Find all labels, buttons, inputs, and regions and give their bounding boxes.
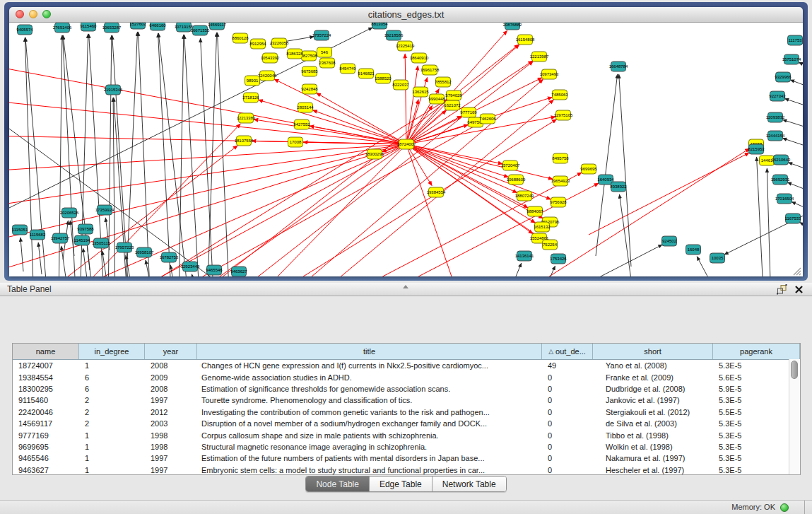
table-cell: de Silva et al. (2003) (593, 419, 713, 428)
graph-edge (538, 266, 555, 276)
table-row[interactable]: 1938455462009Genome-wide association stu… (13, 371, 800, 382)
graph-node-label: 8186328 (286, 52, 303, 56)
table-cell: 9699695 (13, 443, 79, 451)
vertical-scrollbar[interactable] (789, 359, 800, 474)
memory-indicator[interactable] (780, 503, 789, 512)
graph-node-label: 16154808 (516, 37, 535, 42)
graph-node-label: 18807249 (515, 194, 534, 198)
column-header-in_degree[interactable]: in_degree (79, 344, 145, 359)
graph-node-label: 12213987 (530, 54, 549, 59)
splitter-handle-icon[interactable] (403, 285, 408, 288)
minimize-button[interactable] (29, 10, 37, 18)
table-cell: Structural magnetic resonance image aver… (197, 443, 542, 451)
table-row[interactable]: 946554611997Estimation of the future num… (13, 452, 800, 464)
column-header-pagerank[interactable]: pagerank (713, 344, 800, 359)
close-button[interactable] (16, 10, 24, 18)
table-cell: 0 (542, 454, 593, 462)
graph-edge (113, 98, 115, 276)
graph-edge (788, 163, 803, 175)
window-titlebar[interactable]: citations_edges.txt (9, 7, 803, 23)
table-cell: 0 (542, 443, 593, 451)
table-tabs-row: Node TableEdge TableNetwork Table (0, 476, 812, 492)
graph-node-label: 18724007 (397, 142, 416, 146)
graph-edge (158, 33, 189, 276)
graph-node-label: 546 (321, 50, 329, 54)
graph-edge (782, 138, 803, 151)
graph-node-label: 7485063 (551, 93, 568, 97)
table-cell: 5.3E-5 (713, 361, 789, 370)
graph-node-label: 10035 (712, 256, 724, 260)
graph-node-label: 7462606 (479, 117, 496, 121)
graph-node-label: 9427552 (293, 122, 310, 127)
graph-node-label: 19384554 (427, 190, 446, 194)
graph-node-label: 9227343 (769, 94, 786, 98)
graph-node-label: 111753 (788, 38, 802, 42)
zoom-button[interactable] (42, 10, 51, 18)
table-cell: Franke et al. (2009) (593, 373, 713, 382)
graph-node-label: 1115682 (30, 233, 46, 237)
tab-edge-table[interactable]: Edge Table (370, 477, 433, 491)
table-row[interactable]: 1872400712008Changes of HCN gene express… (13, 360, 800, 371)
column-header-out_de[interactable]: △out_de... (542, 344, 593, 359)
table-row[interactable]: 1830029562008Estimation of significance … (13, 383, 800, 395)
table-cell: Corpus callosum shape and size in male p… (197, 431, 542, 440)
float-panel-icon[interactable] (777, 284, 787, 295)
graph-edge (782, 119, 803, 132)
column-header-short[interactable]: short (593, 344, 713, 359)
graph-node-label: 98901 (247, 78, 259, 83)
graph-edge (151, 122, 481, 276)
graph-node-label: 9777169 (460, 110, 477, 115)
network-canvas[interactable]: 1872400712325419186409101696175878558121… (9, 23, 803, 276)
graph-node-label: 1527602 (129, 23, 146, 26)
graph-node-label: 1615132 (534, 225, 551, 229)
graph-node-label: 17359924 (95, 208, 114, 212)
graph-node-label: 13505115 (92, 241, 111, 245)
graph-edge (221, 62, 533, 276)
graph-node-label: 21915346 (104, 88, 123, 92)
table-row[interactable]: 1456911722003Disruption of a novel membe… (13, 418, 800, 429)
tab-node-table[interactable]: Node Table (306, 477, 370, 491)
resize-grip-icon[interactable] (792, 266, 801, 276)
table-cell: 6 (79, 373, 145, 382)
graph-edge (757, 157, 764, 276)
graph-edge (9, 136, 406, 144)
graph-node-label: 9827508 (300, 54, 317, 58)
table-panel-header[interactable]: Table Panel (0, 283, 812, 296)
graph-edge (9, 129, 249, 276)
graph-edge (179, 144, 406, 276)
graph-edge (599, 245, 662, 276)
close-panel-icon[interactable] (794, 285, 804, 294)
graph-node-label: 17016504 (775, 197, 794, 201)
graph-node-label: 9884067 (526, 209, 543, 214)
scrollbar-thumb[interactable] (791, 361, 798, 379)
table-cell: 9463627 (13, 466, 79, 474)
graph-node-label: 8860128 (232, 36, 249, 40)
table-cell: 2003 (145, 419, 197, 428)
graph-node-label: 17357224 (312, 33, 331, 37)
column-header-name[interactable]: name (13, 344, 79, 359)
memory-label: Memory: OK (731, 503, 775, 511)
column-header-year[interactable]: year (145, 344, 197, 359)
tab-network-table[interactable]: Network Table (433, 477, 506, 491)
graph-node-label: 7855812 (435, 80, 452, 84)
table-cell: 5.3E-5 (713, 419, 789, 428)
status-bar: Memory: OK (0, 500, 812, 514)
table-row[interactable]: 2242004622012Investigating the contribut… (13, 407, 800, 418)
table-row[interactable]: 911546021997Tourette syndrome. Phenomeno… (13, 395, 800, 406)
network-view: 1872400712325419186409101696175878558121… (9, 23, 803, 276)
graph-edge (20, 238, 23, 271)
graph-node-label: 9756928 (550, 200, 567, 204)
graph-node-label: 1640934 (597, 177, 614, 182)
graph-node-label: 9242848 (301, 87, 318, 91)
table-row[interactable]: 977716911998Corpus callosum shape and si… (13, 429, 800, 440)
table-cell: Wolkin et al. (1998) (593, 443, 713, 451)
graph-node-label: 9463627 (230, 269, 247, 274)
table-cell: 0 (542, 419, 593, 428)
column-header-title[interactable]: title (197, 344, 542, 359)
graph-node-label: 10543392 (261, 56, 280, 60)
graph-node-label: 12093832 (766, 115, 785, 119)
table-row[interactable]: 969969511998Structural magnetic resonanc… (13, 441, 800, 452)
graph-edge (278, 79, 543, 276)
table-row[interactable]: 946362711997Embryonic stem cells: a mode… (13, 465, 800, 475)
table-cell: 5.6E-5 (713, 373, 789, 382)
